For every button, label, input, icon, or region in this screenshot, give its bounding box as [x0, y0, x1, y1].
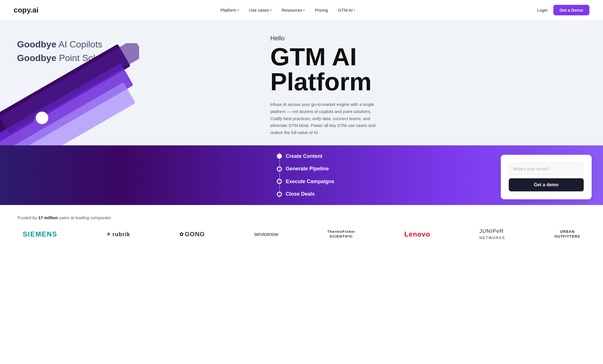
hero-hello: Hello: [270, 35, 592, 42]
nav-resources[interactable]: Resources ▾: [282, 8, 305, 12]
get-demo-button[interactable]: Get a Demo: [553, 5, 589, 15]
trusted-section: Trusted by 17 million users at leading c…: [0, 205, 603, 252]
logo-juniper: JUNIPeRNETWORKS: [474, 228, 511, 240]
rubrik-icon: ✳: [106, 231, 111, 237]
email-input[interactable]: [509, 163, 584, 175]
rail-item-deals[interactable]: Close Deals: [277, 191, 334, 197]
nav-pricing[interactable]: Pricing: [315, 8, 328, 12]
svg-point-6: [36, 112, 48, 124]
nav-gtm-ai[interactable]: GTM AI ▾: [338, 8, 355, 12]
trusted-text: Trusted by 17 million users at leading c…: [17, 215, 586, 220]
logo-urban-outfitters: URBANOUTFITTERS: [548, 229, 586, 239]
gong-icon: ✿: [179, 231, 184, 237]
logo-thermofisher: ThermoFisherSCIENTIFIC: [322, 229, 361, 239]
email-demo-button[interactable]: Get a demo: [509, 178, 584, 191]
logo-siemens: SIEMENS: [17, 230, 63, 238]
logo[interactable]: copy.ai: [14, 6, 39, 14]
nav-platform[interactable]: Platform ▾: [221, 8, 239, 12]
chevron-down-icon: ▾: [270, 9, 272, 12]
logos-row: SIEMENS ✳ rubrik ✿ GONG servicenow Therm…: [17, 228, 586, 240]
nav-right: Login Get a Demo: [537, 5, 589, 15]
navigation: copy.ai Platform ▾ Use cases ▾ Resources…: [0, 0, 603, 20]
logo-rubrik: ✳ rubrik: [101, 231, 136, 238]
rail-vertical-line: [279, 152, 280, 198]
rail-items-container: Create Content Generate Pipeline Execute…: [265, 145, 334, 205]
rail-item-pipeline[interactable]: Generate Pipeline: [277, 166, 334, 172]
chevron-down-icon: ▾: [238, 9, 239, 12]
logo-servicenow: servicenow: [248, 231, 284, 237]
login-button[interactable]: Login: [537, 8, 548, 12]
hero-description: Infuse AI across your go-to-market engin…: [270, 101, 378, 136]
hero-title: GTM AI Platform: [270, 44, 592, 94]
logo-lenovo: Lenovo: [399, 230, 436, 238]
chevron-down-icon: ▾: [303, 9, 305, 12]
email-capture-card: Get a demo: [501, 155, 592, 199]
nav-links: Platform ▾ Use cases ▾ Resources ▾ Prici…: [221, 8, 355, 12]
logo-gong: ✿ GONG: [174, 231, 211, 238]
rail-item-campaigns[interactable]: Execute Campaigns: [277, 179, 334, 185]
chevron-down-icon: ▾: [354, 9, 355, 12]
hero-section: Goodbye AI Copilots Goodbye Point Soluti…: [0, 20, 603, 205]
nav-use-cases[interactable]: Use cases ▾: [249, 8, 272, 12]
rail-item-create[interactable]: Create Content: [277, 153, 334, 159]
